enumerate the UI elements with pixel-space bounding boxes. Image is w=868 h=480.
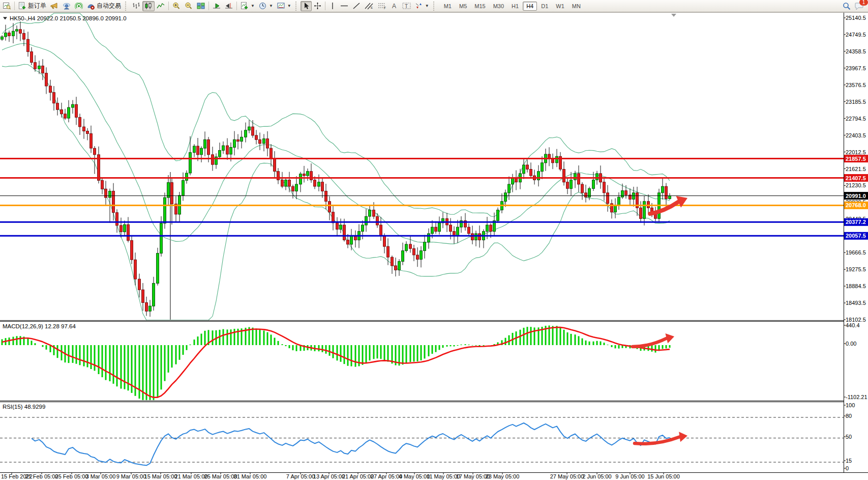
macd-histogram-bar	[465, 344, 466, 345]
price-badge-label: 20057.5	[846, 233, 866, 239]
macd-histogram-bar	[259, 330, 261, 345]
bull-candle	[662, 186, 664, 193]
line-chart-button[interactable]	[155, 1, 167, 11]
bar-chart-button[interactable]	[130, 1, 142, 11]
auto-scroll-icon	[213, 2, 221, 10]
time-tick-label: 4 May 05:00	[399, 473, 430, 479]
toolbar-separator	[236, 2, 237, 10]
alerts-button[interactable]	[48, 1, 61, 11]
bull-candle	[621, 191, 624, 197]
bull-candle	[12, 31, 15, 36]
arrows-button[interactable]: ▼	[413, 1, 431, 11]
macd-histogram-bar	[454, 345, 455, 347]
time-tick-label: 15 Mar 05:00	[144, 473, 177, 479]
macd-histogram-bar	[585, 341, 587, 345]
bear-candle	[112, 191, 115, 212]
bear-candle	[373, 210, 375, 217]
trendline-button[interactable]	[350, 1, 363, 11]
candle-chart-button[interactable]	[142, 1, 155, 11]
chart-preview-button[interactable]	[1, 1, 13, 11]
auto-scroll-button[interactable]	[211, 1, 223, 11]
timeframe-M5[interactable]: M5	[456, 2, 470, 11]
timeframe-M30[interactable]: M30	[490, 2, 507, 11]
horizontal-line-button[interactable]	[338, 1, 350, 11]
search-icon[interactable]	[843, 2, 851, 10]
toolbar-separator	[325, 2, 325, 10]
bull-candle	[222, 146, 225, 150]
crosshair-button[interactable]	[312, 1, 323, 11]
bull-candle	[340, 225, 342, 229]
bull-candle	[295, 184, 298, 191]
timeframe-MN[interactable]: MN	[568, 2, 584, 11]
bear-candle	[413, 248, 415, 255]
bull-candle	[428, 234, 430, 242]
timeframe-W1[interactable]: W1	[552, 2, 568, 11]
chat-button[interactable]: 1	[855, 2, 864, 10]
zoom-out-button[interactable]	[183, 1, 195, 11]
chart-shift-button[interactable]	[223, 1, 235, 11]
indicators-button[interactable]: ▼	[238, 1, 257, 11]
text-label-button[interactable]: T	[400, 1, 413, 11]
bear-candle	[625, 191, 627, 195]
timeframe-M15[interactable]: M15	[471, 2, 489, 11]
new-order-button[interactable]: 新订单	[16, 1, 48, 11]
macd-histogram-bar	[91, 345, 92, 369]
bull-candle	[497, 210, 499, 221]
vertical-line-button[interactable]	[327, 1, 338, 11]
zoom-in-icon	[172, 2, 181, 10]
macd-histogram-bar	[406, 345, 407, 363]
bear-candle	[61, 109, 63, 114]
bear-candle	[8, 33, 11, 36]
signals-button[interactable]	[73, 1, 85, 11]
tile-windows-button[interactable]	[195, 1, 207, 11]
bull-candle	[570, 180, 573, 189]
bull-candle	[537, 172, 540, 180]
crosshair-icon	[314, 2, 321, 10]
periods-button[interactable]: ▼	[257, 1, 275, 11]
macd-histogram-bar	[212, 330, 214, 345]
macd-histogram-bar	[552, 326, 554, 345]
fibonacci-button[interactable]: F	[376, 1, 389, 11]
bear-candle	[343, 225, 346, 240]
time-tick-label: 21 Mar 05:00	[175, 473, 208, 479]
autotrade-icon	[87, 3, 95, 10]
community-button[interactable]	[61, 1, 73, 11]
channel-button[interactable]: E	[363, 1, 376, 11]
templates-button[interactable]: ▼	[275, 1, 293, 11]
bull-candle	[248, 127, 251, 130]
zoom-in-button[interactable]	[170, 1, 183, 11]
bear-candle	[526, 165, 529, 169]
autotrade-button[interactable]: 自动交易	[85, 1, 123, 11]
macd-histogram-bar	[278, 341, 279, 345]
macd-histogram-bar	[530, 327, 532, 345]
text-button[interactable]: A	[389, 1, 400, 11]
bull-candle	[541, 163, 544, 172]
macd-histogram-bar	[61, 345, 63, 360]
timeframe-D1[interactable]: D1	[537, 2, 552, 11]
price-tick-label: 22403.5	[846, 132, 866, 138]
new-order-label: 新订单	[28, 2, 46, 10]
chart-canvas[interactable]: 25140.524749.524358.523967.523576.523185…	[0, 0, 868, 480]
bull-candle	[164, 197, 166, 223]
macd-histogram-bar	[318, 345, 320, 351]
macd-histogram-bar	[472, 345, 473, 346]
bear-candle	[83, 127, 85, 131]
timeframe-H1[interactable]: H1	[508, 2, 522, 11]
price-axis[interactable]: 25140.524749.524358.523967.523576.523185…	[844, 13, 868, 472]
time-tick-label: 21 Apr 05:00	[342, 473, 374, 479]
bear-candle	[453, 232, 456, 236]
timeframe-H4[interactable]: H4	[523, 2, 537, 11]
timeframe-M1[interactable]: M1	[440, 2, 455, 11]
macd-histogram-bar	[377, 345, 378, 358]
bear-candle	[387, 246, 390, 257]
bear-candle	[383, 236, 386, 246]
bull-candle	[204, 139, 206, 148]
price-tick-label: 21621.5	[846, 166, 866, 172]
bull-candle	[362, 225, 364, 232]
macd-histogram-bar	[271, 334, 272, 345]
macd-histogram-bar	[527, 327, 528, 345]
price-tick-label: 25140.5	[846, 15, 866, 21]
bull-candle	[182, 180, 185, 195]
cursor-button[interactable]	[301, 1, 312, 11]
macd-histogram-bar	[369, 345, 371, 360]
